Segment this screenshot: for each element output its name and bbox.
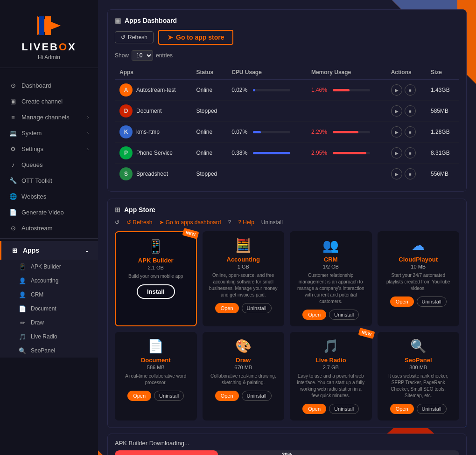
app-card: NEW 📱 APK Builder 2.1 GB Build your own … bbox=[115, 231, 197, 326]
sidebar-item-manage-channels[interactable]: ≡ Manage channels › bbox=[0, 109, 98, 125]
open-button[interactable]: Open bbox=[390, 404, 414, 414]
play-button[interactable]: ▶ bbox=[391, 126, 402, 138]
entries-select[interactable]: 10 25 50 bbox=[132, 50, 153, 61]
app-card-buttons: Install bbox=[122, 284, 189, 299]
app-size: 585MB bbox=[426, 101, 459, 122]
sidebar-item-create-channel[interactable]: ▣ Create channel bbox=[0, 93, 98, 109]
uninstall-button[interactable]: Uninstall bbox=[154, 391, 184, 401]
app-store-icon: 🎵 bbox=[296, 338, 365, 354]
sidebar-item-seopanel[interactable]: 🔍 SeoPanel bbox=[0, 344, 98, 358]
play-button[interactable]: ▶ bbox=[391, 84, 402, 96]
uninstall-button[interactable]: Uninstall bbox=[329, 404, 359, 414]
stop-button[interactable]: ■ bbox=[405, 126, 416, 138]
open-button[interactable]: Open bbox=[390, 296, 414, 307]
app-store-refresh-btn[interactable]: ↺ Refresh bbox=[126, 219, 152, 226]
create-channel-icon: ▣ bbox=[9, 97, 17, 105]
col-cpu: CPU Usage bbox=[227, 65, 307, 80]
go-to-app-store-button[interactable]: ➤ Go to app store bbox=[158, 30, 233, 45]
sidebar-item-live-radio[interactable]: 🎵 Live Radio bbox=[0, 330, 98, 344]
sidebar-item-autostream[interactable]: ⊙ Autostream bbox=[0, 220, 98, 236]
stop-button[interactable]: ■ bbox=[405, 84, 416, 96]
mem-usage: 2.95% bbox=[307, 143, 386, 164]
sidebar-item-accounting[interactable]: 👤 Accounting bbox=[0, 274, 98, 288]
app-card-name: APK Builder bbox=[122, 257, 189, 264]
app-store-refresh-icon: ↺ bbox=[115, 219, 119, 226]
uninstall-button[interactable]: Uninstall bbox=[329, 310, 359, 320]
dashboard-title-text: Apps Dashboard bbox=[125, 17, 177, 24]
play-button[interactable]: ▶ bbox=[391, 105, 402, 117]
app-name: kms-rtmp bbox=[136, 129, 160, 135]
sidebar-item-crm[interactable]: 👤 CRM bbox=[0, 288, 98, 302]
open-button[interactable]: Open bbox=[127, 391, 151, 401]
app-store-icon: 🔍 bbox=[384, 338, 453, 354]
app-icon: K bbox=[119, 125, 133, 138]
new-badge: NEW bbox=[182, 228, 199, 239]
sidebar-item-websites[interactable]: 🌐 Websites bbox=[0, 188, 98, 204]
open-button[interactable]: Open bbox=[302, 404, 326, 414]
sidebar-item-apps[interactable]: ⊞ Apps ⌄ bbox=[0, 241, 98, 260]
live-radio-icon: 🎵 bbox=[19, 333, 26, 340]
app-icon: P bbox=[119, 146, 133, 159]
sidebar-item-draw[interactable]: ✏ Draw bbox=[0, 316, 98, 330]
app-name: Spreadsheet bbox=[136, 171, 168, 177]
action-buttons: ▶ ■ bbox=[391, 168, 421, 179]
new-badge: NEW bbox=[358, 328, 375, 339]
websites-icon: 🌐 bbox=[9, 193, 17, 200]
uninstall-btn[interactable]: Uninstall bbox=[261, 219, 283, 226]
live-radio-label: Live Radio bbox=[31, 333, 57, 340]
greeting: Hi Admin bbox=[38, 54, 60, 61]
uninstall-button[interactable]: Uninstall bbox=[242, 303, 272, 313]
stop-button[interactable]: ■ bbox=[405, 105, 416, 117]
app-store-icon: 📄 bbox=[121, 338, 190, 354]
app-size: 1.28GB bbox=[426, 122, 459, 143]
refresh-button[interactable]: ↺ Refresh bbox=[115, 31, 154, 43]
app-card: ☁ CloudPlayout 10 MB Start your 24/7 aut… bbox=[378, 231, 460, 326]
sidebar-item-document[interactable]: 📄 Document bbox=[0, 302, 98, 316]
sidebar-item-queues[interactable]: ♪ Queues bbox=[0, 157, 98, 172]
play-button[interactable]: ▶ bbox=[391, 168, 402, 179]
ott-label: OTT Toolkit bbox=[21, 177, 52, 184]
sidebar-item-system[interactable]: 💻 System › bbox=[0, 125, 98, 141]
open-button[interactable]: Open bbox=[302, 310, 326, 320]
col-memory: Memory Usage bbox=[307, 65, 386, 80]
app-card-size: 10 MB bbox=[384, 264, 453, 269]
apps-label: Apps bbox=[23, 247, 39, 254]
col-status: Status bbox=[192, 65, 227, 80]
svg-rect-1 bbox=[39, 16, 44, 35]
open-button[interactable]: Open bbox=[215, 391, 239, 401]
sidebar-item-apk-builder[interactable]: 📱 APK Builder bbox=[0, 260, 98, 274]
app-card-name: CloudPlayout bbox=[384, 256, 453, 263]
sidebar: LIVEBOX Hi Admin ⊙ Dashboard ▣ Create ch… bbox=[0, 0, 98, 455]
cpu-usage: 0.02% bbox=[227, 80, 307, 101]
mem-usage: 1.46% bbox=[307, 80, 386, 101]
table-row: A Autostream-test Online 0.02% 1.46% ▶ ■… bbox=[115, 80, 459, 101]
websites-label: Websites bbox=[21, 193, 46, 200]
go-to-dashboard-btn[interactable]: ➤ Go to apps dashboard bbox=[159, 219, 221, 226]
uninstall-button[interactable]: Uninstall bbox=[242, 391, 272, 401]
sidebar-item-ott-toolkit[interactable]: 🔧 OTT Toolkit bbox=[0, 172, 98, 188]
app-store-icon: 🧮 bbox=[209, 238, 278, 253]
app-card-size: 2.1 GB bbox=[122, 265, 189, 270]
mem-usage: 2.29% bbox=[307, 122, 386, 143]
app-store-panel: ⊞ App Store ↺ ↺ Refresh ➤ Go to apps das… bbox=[107, 199, 467, 428]
apps-table: Apps Status CPU Usage Memory Usage Actio… bbox=[115, 65, 459, 184]
accounting-icon: 👤 bbox=[19, 277, 26, 284]
app-status: Stopped bbox=[192, 101, 227, 122]
sidebar-item-generate-video[interactable]: 📄 Generate Video bbox=[0, 204, 98, 220]
uninstall-button[interactable]: Uninstall bbox=[417, 404, 447, 414]
sidebar-item-dashboard[interactable]: ⊙ Dashboard bbox=[0, 77, 98, 93]
install-button[interactable]: Install bbox=[137, 284, 175, 299]
app-card-desc: It uses website rank checker, SERP Track… bbox=[384, 373, 453, 399]
nav-divider bbox=[0, 238, 98, 239]
dashboard-icon: ⊙ bbox=[9, 82, 17, 89]
sidebar-item-settings[interactable]: ⚙ Settings › bbox=[0, 141, 98, 157]
accounting-label: Accounting bbox=[31, 277, 58, 284]
play-button[interactable]: ▶ bbox=[391, 147, 402, 159]
open-button[interactable]: Open bbox=[215, 303, 239, 313]
stop-button[interactable]: ■ bbox=[405, 168, 416, 179]
app-store-title-text: App Store bbox=[124, 206, 155, 214]
uninstall-button[interactable]: Uninstall bbox=[417, 296, 447, 307]
stop-button[interactable]: ■ bbox=[405, 147, 416, 159]
app-store-icon: 👥 bbox=[296, 238, 365, 253]
help-btn[interactable]: ? Help bbox=[238, 219, 254, 226]
